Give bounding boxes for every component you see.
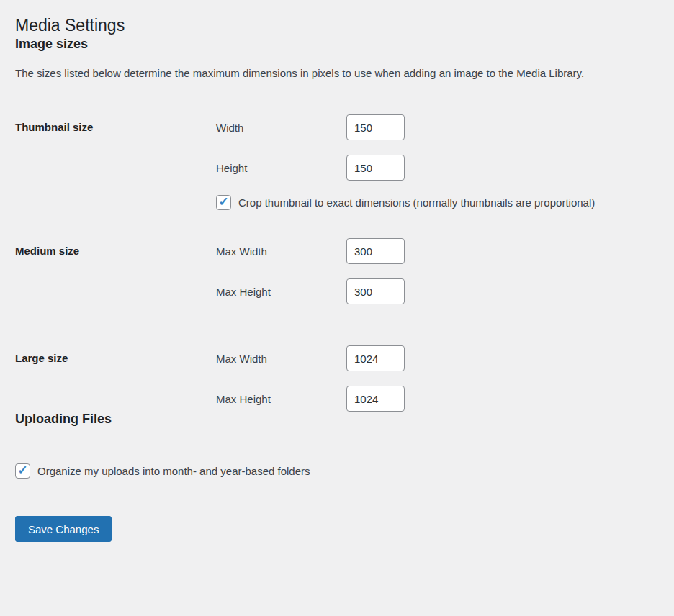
- crop-thumbnail-row: ✓ Crop thumbnail to exact dimensions (no…: [216, 195, 660, 210]
- thumbnail-size-group: Thumbnail size Width Height ✓ Crop thumb…: [15, 114, 660, 210]
- large-size-label: Large size: [15, 345, 216, 412]
- organize-uploads-row: ✓ Organize my uploads into month- and ye…: [15, 463, 660, 479]
- organize-uploads-label: Organize my uploads into month- and year…: [37, 465, 310, 477]
- uploading-files-heading: Uploading Files: [15, 412, 660, 427]
- medium-size-group: Medium size Max Width Max Height: [15, 238, 660, 304]
- large-max-width-row: Max Width: [216, 345, 660, 371]
- page-title: Media Settings: [15, 7, 660, 37]
- organize-uploads-checkbox[interactable]: ✓: [15, 463, 30, 479]
- medium-max-height-input[interactable]: [346, 278, 405, 304]
- thumbnail-size-label: Thumbnail size: [15, 114, 216, 210]
- medium-max-width-input[interactable]: [346, 238, 405, 264]
- medium-size-label: Medium size: [15, 238, 216, 304]
- crop-thumbnail-label: Crop thumbnail to exact dimensions (norm…: [238, 196, 595, 209]
- checkmark-icon: ✓: [218, 196, 228, 208]
- save-changes-button[interactable]: Save Changes: [15, 516, 112, 542]
- submit-row: Save Changes: [15, 516, 660, 542]
- medium-max-width-row: Max Width: [216, 238, 660, 264]
- thumbnail-width-row: Width: [216, 114, 660, 140]
- image-sizes-description: The sizes listed below determine the max…: [15, 67, 660, 79]
- image-sizes-form: Thumbnail size Width Height ✓ Crop thumb…: [15, 114, 660, 412]
- large-max-height-input[interactable]: [346, 386, 405, 412]
- thumbnail-width-label: Width: [216, 122, 346, 134]
- crop-thumbnail-checkbox[interactable]: ✓: [216, 195, 231, 210]
- large-max-height-label: Max Height: [216, 393, 346, 405]
- large-max-width-input[interactable]: [346, 345, 405, 371]
- thumbnail-width-input[interactable]: [346, 114, 405, 140]
- media-settings-page: Media Settings Image sizes The sizes lis…: [0, 0, 674, 542]
- checkmark-icon: ✓: [17, 464, 27, 476]
- thumbnail-height-row: Height: [216, 155, 660, 181]
- thumbnail-height-input[interactable]: [346, 155, 405, 181]
- medium-max-width-label: Max Width: [216, 245, 346, 258]
- medium-max-height-row: Max Height: [216, 278, 660, 304]
- large-max-width-label: Max Width: [216, 353, 346, 365]
- medium-max-height-label: Max Height: [216, 286, 346, 298]
- large-size-group: Large size Max Width Max Height: [15, 345, 660, 412]
- image-sizes-heading: Image sizes: [15, 37, 660, 53]
- thumbnail-height-label: Height: [216, 162, 346, 174]
- large-max-height-row: Max Height: [216, 386, 660, 412]
